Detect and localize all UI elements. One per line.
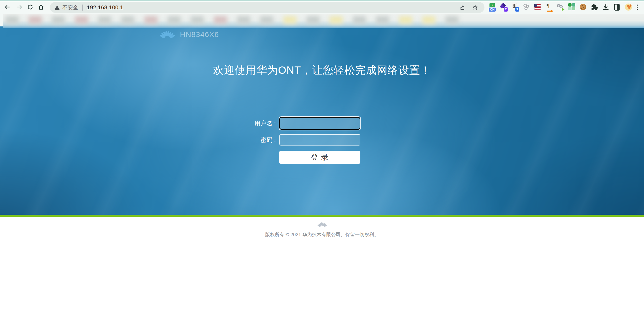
bookmark-star-button[interactable] <box>472 4 478 11</box>
page-footer: 版权所有 © 2021 华为技术有限公司。保留一切权利。 <box>0 217 644 319</box>
username-input[interactable] <box>279 117 360 130</box>
password-row: 密码 : <box>215 134 360 146</box>
binoculars-extension-button[interactable] <box>556 3 564 12</box>
back-button[interactable] <box>3 3 12 12</box>
on-extension-button[interactable]: i ON <box>488 3 497 12</box>
back-icon <box>4 4 11 10</box>
downloads-button[interactable] <box>601 3 610 12</box>
download-icon <box>602 4 609 11</box>
cookie-extension-button[interactable] <box>579 3 587 12</box>
forward-button[interactable] <box>15 3 24 12</box>
grid-icon <box>568 3 572 7</box>
profile-extension-button[interactable]: 9 <box>511 3 519 12</box>
fox-extension-button[interactable] <box>624 3 632 12</box>
device-model: HN8346X6 <box>180 30 219 39</box>
welcome-headline: 欢迎使用华为ONT，让您轻松完成网络设置！ <box>0 63 644 77</box>
security-label[interactable]: 不安全 <box>62 4 78 11</box>
share-button[interactable] <box>459 4 466 11</box>
star-icon <box>472 5 478 11</box>
username-row: 用户名 : <box>215 117 360 130</box>
huawei-logo-icon <box>159 29 175 40</box>
toolbar-left-notch <box>0 14 3 26</box>
fox-icon <box>625 4 632 11</box>
circles-extension-button[interactable] <box>522 3 531 12</box>
reload-button[interactable] <box>26 3 35 12</box>
omnibox-divider <box>82 5 83 11</box>
count-badge: 9 <box>515 7 519 12</box>
reload-icon <box>27 4 33 10</box>
username-label: 用户名 : <box>215 119 276 127</box>
puzzle-icon <box>591 4 598 11</box>
us-flag-extension-button[interactable] <box>534 3 542 12</box>
on-badge: ON <box>489 8 496 12</box>
home-icon <box>38 4 44 10</box>
cookie-icon <box>580 4 586 10</box>
blurred-bookmarks-bar <box>3 14 644 28</box>
login-button[interactable]: 登 录 <box>279 151 360 164</box>
count-badge: 2 <box>504 7 508 12</box>
extensions-menu-button[interactable] <box>590 3 598 12</box>
browser-menu-button[interactable] <box>634 4 640 11</box>
kebab-menu-icon <box>637 5 638 6</box>
address-bar[interactable]: 不安全 192.168.100.1 <box>50 2 484 13</box>
pilcrow-extension-button[interactable]: ¶ <box>545 3 553 12</box>
home-button[interactable] <box>36 3 46 12</box>
forward-icon <box>16 4 23 10</box>
url-text[interactable]: 192.168.100.1 <box>87 4 123 11</box>
green-grid-extension-button[interactable] <box>567 3 576 12</box>
share-icon <box>460 5 466 11</box>
side-panel-button[interactable] <box>613 3 621 12</box>
accent-green-divider <box>0 215 644 217</box>
info-icon: i <box>489 3 495 7</box>
browser-chrome: 不安全 192.168.100.1 i ON 2 9 <box>0 0 644 14</box>
extensions-row: i ON 2 9 ¶ <box>488 3 632 12</box>
password-label: 密码 : <box>215 136 276 144</box>
brand: HN8346X6 <box>159 29 219 40</box>
login-page-hero: HN8346X6 欢迎使用华为ONT，让您轻松完成网络设置！ 用户名 : 密码 … <box>0 26 644 215</box>
copyright-text: 版权所有 © 2021 华为技术有限公司。保留一切权利。 <box>0 231 644 238</box>
not-secure-warning-icon <box>54 5 60 10</box>
password-input[interactable] <box>279 134 360 146</box>
purple-diamond-extension-button[interactable]: 2 <box>500 3 508 12</box>
huawei-footer-logo-icon <box>317 221 327 228</box>
pilcrow-icon: ¶ <box>546 3 549 9</box>
